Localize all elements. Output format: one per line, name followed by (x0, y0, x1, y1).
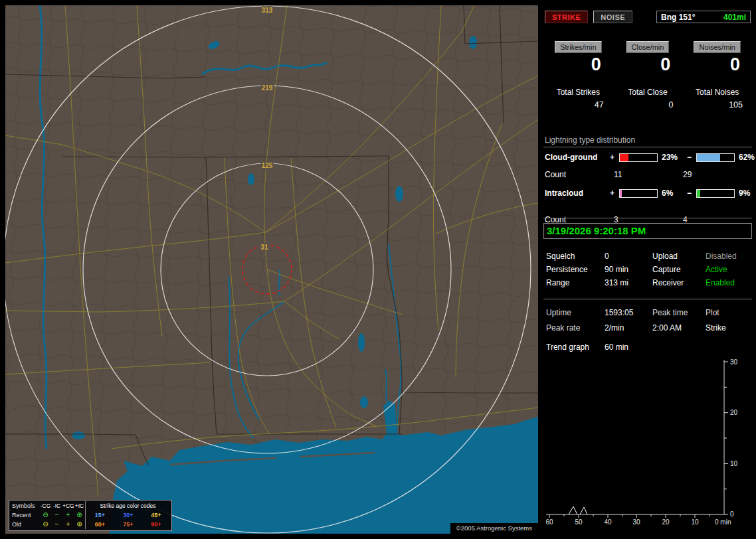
neg-ic-old-icon: − (51, 520, 62, 529)
ic-negative-bar-fill (697, 190, 700, 197)
capture-status: Active (706, 263, 752, 276)
y-tick-30: 30 (730, 358, 738, 366)
cloud-ground-count-row: Count 11 29 (543, 170, 752, 179)
legend-col-neg-ic: -IC (51, 501, 62, 510)
ring-label-219: 219 (262, 84, 273, 92)
persistence-label: Persistence (546, 263, 605, 276)
trend-graph: 30 20 10 0 60 50 40 30 20 10 0 min (546, 356, 749, 534)
noises-per-min-label: Noises/min (694, 41, 740, 53)
total-strikes-value: 47 (543, 100, 613, 110)
x-tick-30: 30 (632, 518, 640, 526)
legend-col-neg-cg: -CG (40, 501, 51, 510)
map-legend: Symbols -CG -IC +CG +IC Strike age color… (9, 500, 172, 531)
total-noises-label: Total Noises (682, 88, 752, 97)
total-strikes-label: Total Strikes (543, 88, 613, 97)
minus-sign: − (687, 189, 696, 198)
bearing-range-display: Bng 151° 401mi (656, 11, 751, 23)
plot-label: Plot (706, 305, 752, 321)
pos-cg-recent-icon: + (62, 510, 74, 520)
ic-positive-bar (619, 189, 658, 198)
peak-rate-value: 2/min (605, 321, 652, 336)
pos-cg-old-icon: + (62, 520, 74, 529)
totals-values: 47 0 105 (543, 100, 752, 110)
x-tick-20: 20 (662, 518, 670, 526)
divider (543, 299, 752, 299)
map-svg: 313 219 125 31 (5, 5, 538, 534)
graph-axes (546, 360, 728, 518)
neg-cg-old-icon: ⊖ (40, 520, 51, 529)
legend-age-title: Strike age color codes (85, 501, 170, 510)
cg-negative-bar (696, 153, 735, 162)
total-close-label: Total Close (613, 88, 683, 97)
strikes-per-min-value: 0 (543, 54, 613, 75)
plot-value: Strike (706, 321, 752, 336)
age-code-30: 30+ (114, 510, 142, 520)
pos-ic-old-icon: ⊕ (74, 520, 85, 529)
ic-positive-pct: 6% (659, 189, 687, 198)
y-tick-10: 10 (730, 460, 738, 467)
lightning-map[interactable]: 313 219 125 31 Symbols -CG -IC +CG +IC S… (5, 5, 538, 534)
x-tick-10: 10 (691, 518, 699, 526)
trend-graph-period: 60 min (605, 343, 752, 352)
noise-button[interactable]: NOISE (593, 11, 632, 23)
noises-per-min-value: 0 (682, 54, 752, 75)
cg-negative-count: 29 (683, 170, 692, 179)
stormvue-window: { "map": { "ring_labels": ["313", "219",… (0, 0, 756, 539)
trend-graph-row: Trend graph 60 min (543, 343, 752, 352)
receiver-label: Receiver (652, 276, 706, 289)
totals-labels: Total Strikes Total Close Total Noises (543, 88, 752, 97)
x-tick-40: 40 (604, 518, 612, 526)
trend-graph-svg: 30 20 10 0 60 50 40 30 20 10 0 min (546, 356, 749, 534)
intracloud-row: Intracloud + 6% − 9% (543, 189, 752, 198)
range-label: Range (546, 276, 605, 289)
close-per-min-label: Close/min (626, 41, 670, 53)
strike-button[interactable]: STRIKE (545, 11, 588, 23)
distribution-title: Lightning type distribution (543, 135, 753, 145)
peak-time-label: Peak time (652, 305, 706, 321)
uptime-value: 1593:05 (605, 305, 652, 321)
graph-tick-labels: 30 20 10 0 60 50 40 30 20 10 0 min (546, 358, 738, 526)
y-tick-20: 20 (730, 409, 738, 416)
stats-grid: Uptime 1593:05 Peak time Plot Peak rate … (543, 305, 752, 336)
datetime-display: 3/19/2026 9:20:18 PM (543, 223, 752, 239)
trend-graph-label: Trend graph (546, 343, 605, 352)
peak-rate-label: Peak rate (546, 321, 605, 336)
age-code-15: 15+ (85, 510, 114, 520)
cg-negative-pct: 62% (736, 153, 755, 162)
age-code-45: 45+ (142, 510, 170, 520)
y-tick-0: 0 (730, 510, 734, 518)
cloud-ground-label: Cloud-ground (545, 153, 610, 162)
cloud-ground-row: Cloud-ground + 23% − 62% (543, 153, 752, 162)
upload-status: Disabled (706, 250, 752, 263)
receiver-status: Enabled (706, 276, 752, 289)
x-tick-60: 60 (546, 518, 553, 526)
capture-label: Capture (652, 263, 706, 276)
cg-negative-bar-fill (697, 154, 720, 161)
intracloud-label: Intracloud (545, 189, 610, 198)
rate-labels: Strikes/min Close/min Noises/min (543, 41, 752, 53)
datetime-value: 3/19/2026 9:20:18 PM (547, 225, 646, 236)
status-panel: STRIKE NOISE Bng 151° 401mi Strikes/min … (543, 5, 752, 534)
strikes-per-min-label: Strikes/min (555, 41, 601, 53)
bearing-value: Bng 151° (661, 13, 695, 22)
cg-positive-pct: 23% (659, 153, 687, 162)
age-code-60: 60+ (85, 520, 114, 529)
ic-positive-bar-fill (620, 190, 622, 197)
plus-sign: + (610, 189, 619, 198)
range-to-storm-value: 401mi (723, 13, 746, 22)
divider (543, 147, 752, 147)
age-code-90: 90+ (142, 520, 170, 529)
persistence-value: 90 min (605, 263, 652, 276)
settings-grid: Squelch 0 Upload Disabled Persistence 90… (543, 250, 752, 289)
x-tick-50: 50 (575, 518, 583, 526)
legend-row-recent-label: Recent (11, 510, 40, 520)
range-setting-value: 313 mi (605, 276, 652, 289)
plus-sign: + (610, 153, 619, 162)
ic-negative-bar (696, 189, 735, 198)
cg-positive-bar-fill (620, 154, 628, 161)
x-tick-0min: 0 min (715, 518, 731, 526)
ring-label-31: 31 (260, 244, 268, 251)
legend-row-old-label: Old (11, 520, 40, 529)
total-noises-value: 105 (682, 100, 752, 110)
squelch-label: Squelch (546, 250, 605, 263)
